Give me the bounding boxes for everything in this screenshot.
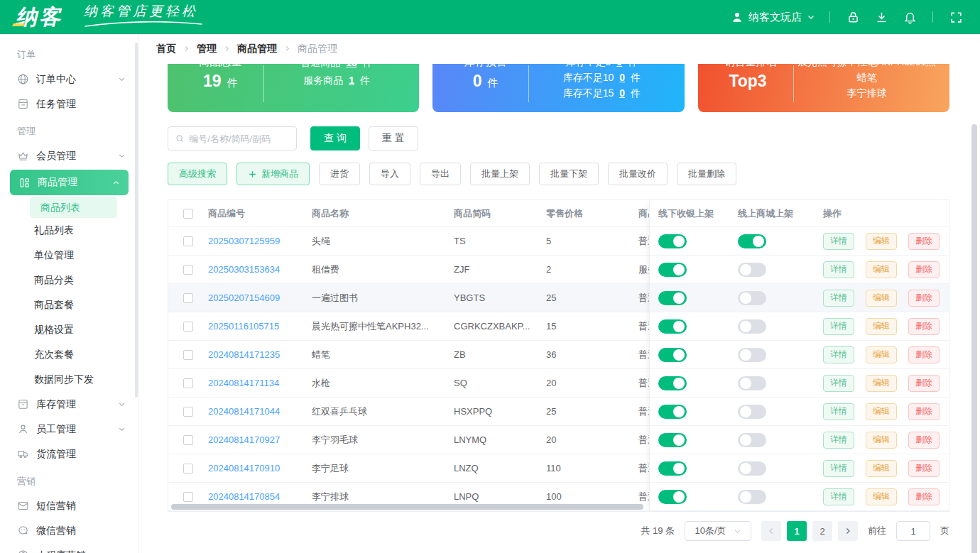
detail-button[interactable]: 详情	[823, 318, 854, 335]
sidebar-scrollbar[interactable]	[135, 43, 138, 398]
notifications-button[interactable]	[901, 9, 918, 26]
delete-button[interactable]: 删除	[908, 403, 940, 420]
detail-count-link[interactable]: 0	[619, 87, 625, 99]
delete-button[interactable]: 删除	[908, 261, 940, 278]
export-button[interactable]: 导出	[420, 163, 461, 185]
detail-count-link[interactable]: 18	[346, 64, 357, 68]
batch-offshelf-button[interactable]: 批量下架	[539, 163, 599, 185]
delete-button[interactable]: 删除	[908, 488, 940, 505]
detail-button[interactable]: 详情	[823, 233, 854, 250]
detail-button[interactable]: 详情	[823, 432, 854, 449]
detail-button[interactable]: 详情	[823, 403, 854, 420]
online-shelf-toggle[interactable]	[738, 263, 766, 277]
product-code-link[interactable]: 20250303153634	[208, 264, 280, 275]
delete-button[interactable]: 删除	[908, 233, 940, 250]
horizontal-scrollbar[interactable]	[171, 504, 643, 510]
detail-count-link[interactable]: 1	[349, 75, 354, 86]
offline-shelf-toggle[interactable]	[658, 405, 687, 419]
offline-shelf-toggle[interactable]	[658, 291, 687, 305]
row-checkbox[interactable]	[183, 464, 193, 473]
product-code-link[interactable]: 20250207154609	[208, 292, 280, 303]
offline-shelf-toggle[interactable]	[658, 348, 687, 362]
sidebar-item-task-manage[interactable]: 任务管理	[0, 92, 138, 116]
edit-button[interactable]: 编辑	[866, 318, 897, 335]
online-shelf-toggle[interactable]	[738, 490, 766, 504]
online-shelf-toggle[interactable]	[738, 405, 766, 419]
delete-button[interactable]: 删除	[908, 346, 940, 363]
sidebar-item-order-center[interactable]: 订单中心	[0, 67, 138, 92]
add-product-button[interactable]: 新增商品	[236, 163, 310, 185]
edit-button[interactable]: 编辑	[866, 432, 897, 449]
detail-count-link[interactable]: 0	[619, 72, 625, 83]
edit-button[interactable]: 编辑	[866, 375, 897, 392]
product-code-link[interactable]: 20240814170854	[208, 491, 280, 502]
row-checkbox[interactable]	[183, 492, 193, 502]
batch-delete-button[interactable]: 批量删除	[677, 163, 736, 185]
reset-button[interactable]: 重 置	[369, 126, 418, 150]
next-page-button[interactable]	[838, 521, 858, 541]
detail-count-link[interactable]: 0	[616, 64, 622, 67]
row-checkbox[interactable]	[183, 265, 193, 275]
delete-button[interactable]: 删除	[908, 290, 940, 307]
sidebar-item-product-manage[interactable]: 商品管理	[10, 170, 129, 195]
download-button[interactable]	[873, 9, 890, 26]
fullscreen-button[interactable]	[947, 9, 964, 26]
detail-button[interactable]: 详情	[823, 460, 854, 477]
row-checkbox[interactable]	[183, 350, 193, 360]
sidebar-item-miniprogram-marketing[interactable]: 小程序营销	[0, 543, 138, 553]
edit-button[interactable]: 编辑	[866, 346, 897, 363]
submenu-product-combo[interactable]: 商品套餐	[0, 292, 138, 317]
submenu-gift-list[interactable]: 礼品列表	[0, 218, 138, 243]
offline-shelf-toggle[interactable]	[658, 461, 687, 476]
row-checkbox[interactable]	[183, 378, 193, 388]
detail-button[interactable]: 详情	[823, 375, 854, 392]
product-code-link[interactable]: 20250116105715	[208, 321, 279, 332]
breadcrumb-product-manage[interactable]: 商品管理	[237, 43, 277, 55]
edit-button[interactable]: 编辑	[866, 261, 897, 278]
online-shelf-toggle[interactable]	[738, 376, 766, 390]
goto-page-input[interactable]	[896, 521, 930, 541]
query-button[interactable]: 查 询	[310, 126, 360, 150]
detail-button[interactable]: 详情	[823, 290, 854, 307]
store-account-menu[interactable]: 纳客文玩店	[731, 11, 815, 24]
online-shelf-toggle[interactable]	[738, 319, 766, 334]
offline-shelf-toggle[interactable]	[658, 376, 687, 390]
batch-onshelf-button[interactable]: 批量上架	[470, 163, 530, 185]
offline-shelf-toggle[interactable]	[658, 490, 687, 504]
delete-button[interactable]: 删除	[908, 432, 940, 449]
sidebar-item-sms-marketing[interactable]: 短信营销	[0, 493, 138, 518]
select-all-checkbox[interactable]	[183, 209, 193, 219]
online-shelf-toggle[interactable]	[738, 291, 766, 305]
detail-button[interactable]: 详情	[823, 488, 854, 505]
purchase-button[interactable]: 进货	[319, 163, 360, 185]
delete-button[interactable]: 删除	[908, 318, 940, 335]
vertical-scrollbar[interactable]	[971, 124, 977, 553]
offline-shelf-toggle[interactable]	[658, 263, 687, 277]
prev-page-button[interactable]	[761, 521, 781, 541]
edit-button[interactable]: 编辑	[866, 290, 897, 307]
detail-button[interactable]: 详情	[823, 261, 854, 278]
submenu-product-list[interactable]: 商品列表	[30, 197, 117, 218]
product-code-link[interactable]: 20240814171044	[208, 406, 280, 417]
offline-shelf-toggle[interactable]	[658, 319, 687, 334]
product-code-link[interactable]: 20250307125959	[208, 236, 280, 246]
delete-button[interactable]: 删除	[908, 460, 940, 477]
delete-button[interactable]: 删除	[908, 375, 940, 392]
search-input[interactable]	[189, 133, 289, 144]
batch-reprice-button[interactable]: 批量改价	[608, 163, 668, 185]
row-checkbox[interactable]	[183, 293, 193, 303]
product-code-link[interactable]: 20240814170910	[208, 463, 280, 473]
sidebar-item-member-manage[interactable]: 会员管理	[0, 143, 138, 168]
product-code-link[interactable]: 20240814170927	[208, 434, 280, 445]
breadcrumb-home[interactable]: 首页	[156, 43, 176, 55]
product-code-link[interactable]: 20240814171134	[208, 378, 279, 388]
online-shelf-toggle[interactable]	[738, 461, 766, 476]
submenu-unit-manage[interactable]: 单位管理	[0, 243, 138, 268]
page-button-1[interactable]: 1	[787, 521, 807, 541]
submenu-spec-setting[interactable]: 规格设置	[0, 317, 138, 342]
row-checkbox[interactable]	[183, 407, 193, 417]
submenu-data-sync[interactable]: 数据同步下发	[0, 367, 138, 392]
sidebar-item-stock-manage[interactable]: 库存管理	[0, 392, 138, 417]
page-size-select[interactable]: 10条/页	[685, 521, 751, 541]
import-button[interactable]: 导入	[369, 163, 410, 185]
